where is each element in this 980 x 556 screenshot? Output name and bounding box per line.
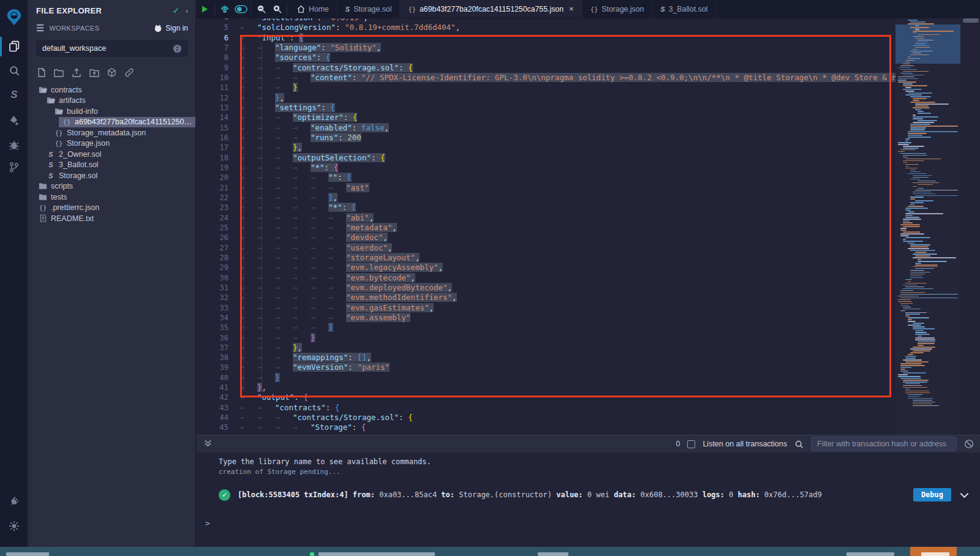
code-line-39[interactable]: 39→→→"evmVersion": "paris" — [197, 363, 895, 372]
file-tree-item-tests[interactable]: tests — [29, 192, 195, 203]
ai-assistant-icon[interactable] — [217, 0, 233, 18]
file-tree-item-storage-sol[interactable]: SStorage.sol — [29, 170, 195, 181]
code-line-32[interactable]: 32→→→→→→"evm.methodIdentifiers", — [197, 293, 895, 302]
code-line-37[interactable]: 37→→→}, — [197, 343, 895, 353]
workspace-select[interactable]: default_workspace — [36, 40, 188, 57]
close-tab-icon[interactable]: × — [569, 4, 574, 13]
check-icon[interactable]: ✓ — [173, 6, 179, 15]
transaction-log-row[interactable]: ✓ [block:5583405 txIndex:4] from: 0xa03.… — [219, 488, 974, 502]
zoom-in-icon[interactable] — [269, 0, 285, 18]
expand-tx-chevron-icon[interactable] — [960, 489, 969, 501]
code-line-24[interactable]: 24→→→→→→"abi", — [197, 213, 895, 223]
upload-file-icon[interactable] — [72, 68, 81, 77]
file-tree-item-a69b43f277ba20fcac141151250ca755-json[interactable]: {}a69b43f277ba20fcac141151250ca755.json — [29, 117, 195, 128]
debugger-icon[interactable] — [0, 135, 28, 156]
code-line-10[interactable]: 10→→→→"content": "// SPDX-License-Identi… — [197, 73, 895, 83]
tab-a69b43f277ba20fcac141151250ca755-json[interactable]: {}a69b43f277ba20fcac141151250ca755.json× — [400, 0, 582, 18]
scrollbar-thumb[interactable] — [963, 18, 979, 23]
code-line-35[interactable]: 35→→→→→] — [197, 323, 895, 332]
code-line-21[interactable]: 21→→→→→→"ast" — [197, 183, 895, 193]
upload-folder-icon[interactable] — [89, 69, 99, 77]
code-line-45[interactable]: 45→→→→"Storage": { — [197, 423, 895, 432]
listen-checkbox[interactable] — [687, 440, 695, 448]
tab-3-ballot-sol[interactable]: S3_Ballot.sol — [652, 0, 716, 18]
code-line-17[interactable]: 17→→→}, — [197, 143, 895, 152]
code-line-4[interactable]: 4→"solcVersion": "0.8.19", — [197, 18, 895, 23]
file-tree-item-build-info[interactable]: build-info — [29, 106, 195, 117]
tab-storage-sol[interactable]: SStorage.sol — [337, 0, 401, 18]
settings-gear-icon[interactable] — [0, 516, 28, 536]
code-line-14[interactable]: 14→→→"optimizer": { — [197, 113, 895, 122]
file-tree-item-contracts[interactable]: contracts — [29, 85, 195, 96]
code-line-30[interactable]: 30→→→→→→"evm.bytecode", — [197, 273, 895, 283]
collapse-terminal-icon[interactable] — [204, 438, 212, 449]
deploy-run-icon[interactable] — [0, 110, 28, 131]
git-icon[interactable] — [0, 157, 28, 178]
box-icon[interactable] — [107, 68, 116, 77]
code-line-29[interactable]: 29→→→→→→"evm.legacyAssembly", — [197, 263, 895, 272]
search-transactions-icon[interactable] — [794, 440, 804, 449]
hamburger-menu-icon[interactable]: ☰ — [36, 23, 44, 34]
file-explorer-icon[interactable] — [0, 36, 28, 56]
new-file-icon[interactable] — [37, 68, 46, 77]
solidity-compiler-icon[interactable]: S — [0, 85, 28, 105]
link-icon[interactable] — [124, 68, 134, 77]
code-line-22[interactable]: 22→→→→→], — [197, 193, 895, 203]
code-line-8[interactable]: 8→→"sources": { — [197, 53, 895, 62]
code-line-28[interactable]: 28→→→→→→"storageLayout", — [197, 253, 895, 263]
code-line-34[interactable]: 34→→→→→→"evm.assembly" — [197, 313, 895, 323]
code-line-31[interactable]: 31→→→→→→"evm.deployedBytecode", — [197, 283, 895, 293]
code-editor[interactable]: 4→"solcVersion": "0.8.19",5→"solcLongVer… — [197, 18, 980, 435]
file-tree-item-scripts[interactable]: scripts — [29, 181, 195, 192]
code-line-38[interactable]: 38→→→"remappings": [], — [197, 353, 895, 363]
clear-console-icon[interactable] — [964, 439, 974, 449]
file-tree-item-readme-txt[interactable]: README.txt — [29, 213, 195, 224]
transaction-filter-input[interactable] — [811, 437, 957, 451]
code-line-18[interactable]: 18→→→"outputSelection": { — [197, 153, 895, 163]
code-line-6[interactable]: 6→"input": { — [197, 33, 895, 43]
code-line-25[interactable]: 25→→→→→→"metadata", — [197, 223, 895, 233]
statusbar-alert-badge[interactable] — [910, 547, 957, 556]
run-script-icon[interactable] — [197, 0, 213, 18]
code-line-43[interactable]: 43→→"contracts": { — [197, 403, 895, 413]
code-line-20[interactable]: 20→→→→→"": [ — [197, 173, 895, 182]
code-line-16[interactable]: 16→→→→"runs": 200 — [197, 133, 895, 143]
remix-logo-icon[interactable] — [0, 5, 28, 29]
file-tree-item-storage-metadata-json[interactable]: {}Storage_metadata.json — [29, 127, 195, 138]
code-line-15[interactable]: 15→→→→"enabled": false, — [197, 123, 895, 133]
code-line-5[interactable]: 5→"solcLongVersion": "0.8.19+commit.7dd6… — [197, 23, 895, 32]
plugin-manager-icon[interactable] — [0, 491, 28, 512]
zoom-out-icon[interactable] — [253, 0, 269, 18]
file-tree-item-3-ballot-sol[interactable]: S3_Ballot.sol — [29, 160, 195, 171]
chevron-right-icon[interactable]: › — [186, 6, 188, 15]
code-line-7[interactable]: 7→→"language": "Solidity", — [197, 43, 895, 53]
terminal[interactable]: Type the library name to see available c… — [197, 453, 980, 547]
code-line-42[interactable]: 42→"output": { — [197, 393, 895, 402]
code-line-26[interactable]: 26→→→→→→"devdoc", — [197, 233, 895, 242]
code-line-27[interactable]: 27→→→→→→"userdoc", — [197, 243, 895, 253]
new-folder-icon[interactable] — [54, 69, 64, 77]
code-line-23[interactable]: 23→→→→→"*": [ — [197, 203, 895, 212]
code-line-36[interactable]: 36→→→→} — [197, 333, 895, 343]
code-line-11[interactable]: 11→→→} — [197, 83, 895, 92]
sign-in-button[interactable]: Sign in — [154, 24, 188, 32]
code-line-9[interactable]: 9→→→"contracts/Storage.sol": { — [197, 63, 895, 73]
debug-button[interactable]: Debug — [913, 488, 951, 502]
code-line-40[interactable]: 40→→} — [197, 373, 895, 383]
tab-home[interactable]: Home — [289, 0, 337, 18]
file-tree-item-2-owner-sol[interactable]: S2_Owner.sol — [29, 149, 195, 160]
code-line-33[interactable]: 33→→→→→→"evm.gasEstimates", — [197, 303, 895, 313]
terminal-prompt[interactable]: > — [205, 519, 210, 528]
search-icon[interactable] — [0, 60, 28, 81]
code-line-19[interactable]: 19→→→→"*": { — [197, 163, 895, 173]
code-line-44[interactable]: 44→→→"contracts/Storage.sol": { — [197, 413, 895, 423]
file-tree-item-storage-json[interactable]: {}Storage.json — [29, 138, 195, 149]
minimap[interactable] — [895, 18, 960, 435]
theme-toggle-icon[interactable] — [233, 0, 249, 18]
file-tree-item--prettierrc-json[interactable]: {}.prettierrc.json — [29, 203, 195, 214]
tab-storage-json[interactable]: {}Storage.json — [582, 0, 653, 18]
code-line-12[interactable]: 12→→}, — [197, 93, 895, 103]
file-tree-item-artifacts[interactable]: artifacts — [29, 96, 195, 107]
code-line-13[interactable]: 13→→"settings": { — [197, 103, 895, 113]
code-line-41[interactable]: 41→}, — [197, 383, 895, 393]
